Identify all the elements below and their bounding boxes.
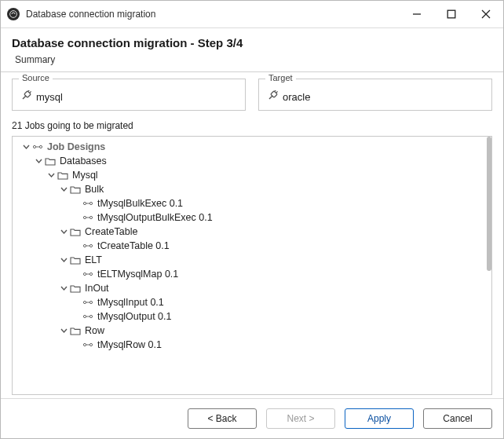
scrollbar[interactable] xyxy=(487,137,491,271)
window-title: Database connection migration xyxy=(26,9,155,20)
tree-job-label: tMysqlRow 0.1 xyxy=(97,339,162,350)
page-title: Database connection migration - Step 3/4 xyxy=(12,36,492,49)
connection-row: Source mysql Target oracle xyxy=(1,72,503,119)
tree-job-label: tMysqlOutputBulkExec 0.1 xyxy=(97,212,213,223)
source-legend: Source xyxy=(19,73,53,82)
folder-icon xyxy=(69,226,82,237)
tree-job-item[interactable]: tELTMysqlMap 0.1 xyxy=(16,267,491,281)
tree-job-label: tCreateTable 0.1 xyxy=(97,240,170,251)
target-legend: Target xyxy=(265,73,296,82)
next-button: Next > xyxy=(266,408,335,429)
tree-job-item[interactable]: tMysqlOutputBulkExec 0.1 xyxy=(16,210,491,225)
tree-folder-mysql[interactable]: Mysql xyxy=(16,168,491,182)
folder-icon xyxy=(57,170,69,181)
chevron-down-icon[interactable] xyxy=(58,186,69,193)
tree-job-item[interactable]: tMysqlOutput 0.1 xyxy=(16,309,491,324)
job-icon xyxy=(82,212,94,223)
tree-folder-label: Bulk xyxy=(85,184,104,195)
tree-root-label: Job Designs xyxy=(47,141,105,152)
tree-folder-label: CreateTable xyxy=(85,226,137,237)
tree-folder[interactable]: CreateTable xyxy=(16,225,491,239)
job-icon xyxy=(82,269,94,280)
jobs-tree[interactable]: Job Designs Databases Mysql Bulk xyxy=(13,137,491,355)
source-group: Source mysql xyxy=(12,79,246,111)
folder-icon xyxy=(69,254,82,265)
tree-folder-label: Mysql xyxy=(72,170,98,181)
tree-folder[interactable]: InOut xyxy=(16,281,491,295)
app-icon xyxy=(7,8,20,20)
tree-folder-label: Row xyxy=(85,325,104,336)
tree-job-item[interactable]: tMysqlBulkExec 0.1 xyxy=(16,196,491,210)
tree-job-label: tMysqlInput 0.1 xyxy=(97,297,164,308)
apply-button[interactable]: Apply xyxy=(345,408,414,429)
wizard-header: Database connection migration - Step 3/4… xyxy=(1,28,503,71)
tree-folder[interactable]: Row xyxy=(16,324,491,338)
job-icon xyxy=(82,297,94,308)
chevron-down-icon[interactable] xyxy=(58,229,69,236)
maximize-button[interactable] xyxy=(434,1,469,27)
job-designs-icon xyxy=(31,141,44,152)
target-group: Target oracle xyxy=(258,79,492,111)
summary-area: 21 Jobs going to be migrated Job Designs… xyxy=(1,119,503,398)
tree-folder-label: ELT xyxy=(85,254,102,265)
chevron-down-icon[interactable] xyxy=(20,144,31,151)
tree-job-item[interactable]: tCreateTable 0.1 xyxy=(16,239,491,253)
folder-icon xyxy=(69,325,82,336)
tree-job-label: tELTMysqlMap 0.1 xyxy=(97,269,178,280)
tree-folder[interactable]: Bulk xyxy=(16,182,491,196)
tree-folder[interactable]: ELT xyxy=(16,253,491,267)
job-icon xyxy=(82,198,94,209)
chevron-down-icon[interactable] xyxy=(58,285,69,292)
page-subtitle: Summary xyxy=(12,54,492,65)
tree-job-label: tMysqlBulkExec 0.1 xyxy=(97,198,183,209)
chevron-down-icon[interactable] xyxy=(33,158,44,165)
source-value: mysql xyxy=(20,90,237,104)
tree-job-label: tMysqlOutput 0.1 xyxy=(97,311,172,322)
job-icon xyxy=(82,311,94,322)
tree-job-item[interactable]: tMysqlRow 0.1 xyxy=(16,338,491,352)
folder-icon xyxy=(44,155,57,166)
titlebar: Database connection migration xyxy=(1,1,503,28)
folder-icon xyxy=(69,283,82,294)
close-button[interactable] xyxy=(469,1,503,27)
cancel-button[interactable]: Cancel xyxy=(423,408,492,429)
tree-folder-databases[interactable]: Databases xyxy=(16,154,491,168)
chevron-down-icon[interactable] xyxy=(58,327,69,335)
plug-icon xyxy=(267,90,278,104)
tree-container: Job Designs Databases Mysql Bulk xyxy=(12,136,492,395)
jobs-count-label: 21 Jobs going to be migrated xyxy=(12,120,492,131)
chevron-down-icon[interactable] xyxy=(58,257,69,264)
wizard-button-bar: < Back Next > Apply Cancel xyxy=(1,398,503,438)
target-db-name: oracle xyxy=(283,91,310,103)
plug-icon xyxy=(20,90,31,104)
tree-folder-label: Databases xyxy=(60,155,107,166)
folder-icon xyxy=(69,184,82,195)
chevron-down-icon[interactable] xyxy=(46,172,57,179)
job-icon xyxy=(82,339,94,350)
tree-root[interactable]: Job Designs xyxy=(16,140,491,154)
tree-folder-label: InOut xyxy=(85,283,109,294)
job-icon xyxy=(82,240,94,251)
back-button[interactable]: < Back xyxy=(188,408,257,429)
tree-job-item[interactable]: tMysqlInput 0.1 xyxy=(16,295,491,309)
source-db-name: mysql xyxy=(36,91,63,103)
dialog-window: Database connection migration Database c… xyxy=(0,0,504,439)
target-value: oracle xyxy=(267,90,484,104)
minimize-button[interactable] xyxy=(400,1,434,27)
